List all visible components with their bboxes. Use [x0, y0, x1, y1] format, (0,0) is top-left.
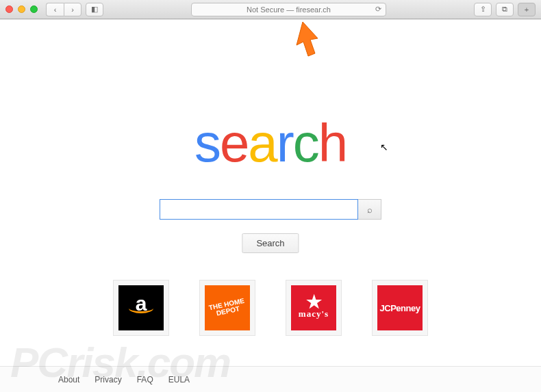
macys-logo-icon: ★ macy's	[291, 285, 336, 330]
sidebar-toggle-button[interactable]: ◧	[86, 3, 103, 16]
logo-letter: r	[277, 112, 293, 174]
footer-link-faq[interactable]: FAQ	[137, 375, 153, 384]
logo-letter: c	[293, 112, 318, 174]
logo-letter: h	[318, 112, 347, 174]
logo-letter: e	[220, 112, 248, 174]
minimize-window-button[interactable]	[18, 5, 25, 13]
search-icon-button[interactable]: ⌕	[358, 199, 381, 220]
close-window-button[interactable]	[5, 5, 13, 13]
page-content: search ↖ ⌕ Search a THE HOME DEPOT ★ mac…	[0, 19, 541, 392]
browser-toolbar: ‹ › ◧ Not Secure — firesear.ch ⟳ ⇪ ⧉ +	[0, 0, 541, 19]
amazon-logo-icon: a	[118, 285, 164, 330]
search-button[interactable]: Search	[242, 233, 299, 253]
quick-link-tiles: a THE HOME DEPOT ★ macy's JCPenney	[113, 280, 428, 336]
annotation-arrow-icon	[288, 19, 329, 68]
window-traffic-lights	[5, 5, 38, 13]
home-depot-logo-icon: THE HOME DEPOT	[205, 285, 250, 330]
logo-letter: a	[248, 112, 276, 174]
tile-home-depot[interactable]: THE HOME DEPOT	[199, 280, 255, 336]
reload-icon[interactable]: ⟳	[375, 5, 381, 14]
footer-link-privacy[interactable]: Privacy	[95, 375, 121, 384]
address-bar[interactable]: Not Secure — firesear.ch ⟳	[191, 3, 386, 16]
tile-amazon[interactable]: a	[113, 280, 169, 336]
search-logo: search	[194, 112, 347, 174]
logo-letter: s	[194, 112, 220, 174]
fullscreen-window-button[interactable]	[30, 5, 38, 13]
back-button[interactable]: ‹	[46, 3, 64, 16]
mouse-cursor-icon: ↖	[380, 142, 388, 153]
tile-jcpenney[interactable]: JCPenney	[372, 280, 428, 336]
show-tabs-button[interactable]: ⧉	[496, 3, 514, 16]
new-tab-button[interactable]: +	[518, 3, 536, 16]
search-input[interactable]	[160, 199, 358, 220]
address-text: Not Secure — firesear.ch	[247, 5, 331, 14]
footer-link-about[interactable]: About	[58, 375, 79, 384]
share-button[interactable]: ⇪	[474, 3, 492, 16]
nav-back-forward-group: ‹ ›	[46, 3, 81, 16]
jcpenney-logo-icon: JCPenney	[377, 285, 423, 330]
forward-button[interactable]: ›	[64, 3, 81, 16]
page-footer: AboutPrivacyFAQEULA	[0, 366, 541, 392]
tile-macys[interactable]: ★ macy's	[286, 280, 342, 336]
footer-link-eula[interactable]: EULA	[168, 375, 190, 384]
search-bar-row: ⌕	[160, 199, 381, 220]
